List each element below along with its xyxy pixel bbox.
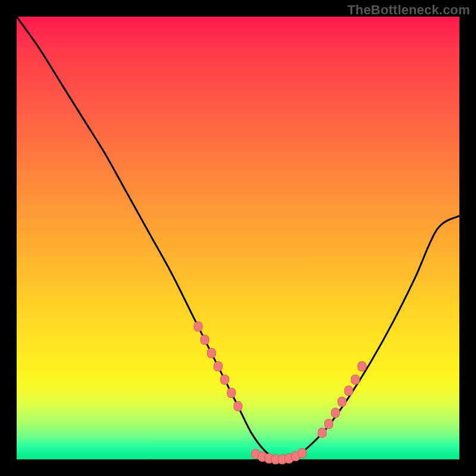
bottleneck-curve: [17, 17, 459, 461]
marker-left-0: [194, 322, 202, 331]
curve-path: [17, 17, 459, 461]
marker-left-4: [221, 375, 229, 384]
marker-left-3: [214, 362, 223, 371]
marker-left-1: [201, 335, 209, 345]
watermark-text: TheBottleneck.com: [347, 2, 470, 18]
plot-area: [17, 17, 459, 459]
marker-bottom-7: [298, 449, 306, 458]
marker-right-5: [351, 375, 359, 384]
marker-left-5: [227, 388, 236, 397]
marker-left-2: [207, 348, 215, 358]
marker-right-0: [318, 428, 326, 437]
marker-right-6: [358, 362, 366, 371]
marker-left-6: [234, 402, 242, 411]
marker-right-1: [325, 419, 333, 428]
marker-right-4: [345, 386, 353, 396]
marker-right-3: [338, 397, 346, 406]
marker-right-2: [331, 408, 340, 418]
chart-svg: [17, 17, 459, 459]
chart-frame: TheBottleneck.com: [0, 0, 476, 476]
data-markers: [194, 322, 366, 464]
